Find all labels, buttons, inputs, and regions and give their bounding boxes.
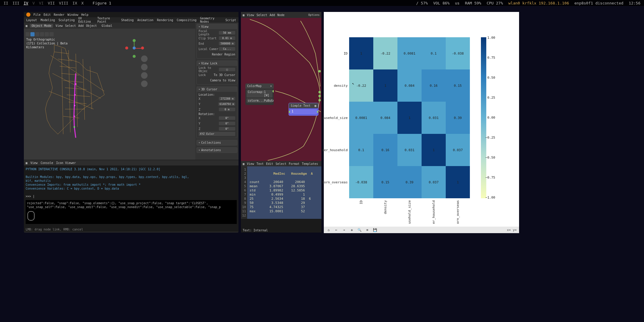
ws-9[interactable]: IX bbox=[72, 1, 77, 5]
ws-6[interactable]: VI bbox=[39, 1, 44, 5]
forward-icon[interactable]: → bbox=[342, 227, 346, 232]
tab-layout[interactable]: Layout bbox=[26, 18, 37, 22]
local-camera-btn[interactable]: Ca... bbox=[219, 47, 235, 51]
back-icon[interactable]: ← bbox=[334, 227, 339, 232]
python-console[interactable]: ▦ View Console Icon Viewer PYTHON INTERA… bbox=[24, 160, 239, 227]
orientation-select[interactable]: Global bbox=[102, 24, 112, 27]
viewport-3d[interactable]: ▦ Object Mode View Select Add Object Glo… bbox=[24, 23, 195, 160]
pan-icon[interactable]: ✥ bbox=[349, 227, 354, 232]
cons-menu-console[interactable]: Console bbox=[41, 161, 53, 165]
mode-select[interactable]: Object Mode bbox=[30, 24, 53, 28]
configure-icon[interactable]: ≡ bbox=[365, 227, 370, 232]
tab-animation[interactable]: Animation bbox=[137, 18, 153, 22]
ne-menu-view[interactable]: View bbox=[247, 13, 254, 17]
tab-rendering[interactable]: Rendering bbox=[157, 18, 173, 22]
cursor-ry-input[interactable]: 0° bbox=[219, 122, 235, 125]
text-editor[interactable]: ▦ View Text Edit Select Format Templates… bbox=[241, 161, 321, 233]
node-editor[interactable]: ▦ View Select Add Node Options ColorMap▾… bbox=[241, 12, 321, 233]
ws-4[interactable]: IV bbox=[24, 1, 28, 5]
camera-icon[interactable] bbox=[141, 72, 148, 79]
focal-length-input[interactable]: 50 mm bbox=[219, 31, 235, 35]
to-3d-cursor-checkbox[interactable]: To 3D Cursor bbox=[214, 73, 235, 77]
ne-menu-add[interactable]: Add bbox=[270, 13, 275, 17]
menu-file[interactable]: File bbox=[33, 13, 41, 16]
pan-icon[interactable] bbox=[141, 64, 148, 70]
navigation-gizmo[interactable] bbox=[127, 41, 142, 55]
colormap-name-select[interactable]: PuBuGn bbox=[264, 99, 274, 102]
viewlock-header[interactable]: View Lock bbox=[197, 61, 237, 66]
tab-sculpting[interactable]: Sculpting bbox=[58, 18, 75, 22]
view-panel-header[interactable]: View bbox=[197, 24, 237, 29]
txt-menu-edit[interactable]: Edit bbox=[266, 162, 273, 165]
shade-overlay-icon[interactable] bbox=[49, 32, 54, 36]
vp-menu-add[interactable]: Add bbox=[78, 24, 83, 27]
ne-options[interactable]: Options bbox=[308, 13, 320, 16]
txt-menu-templates[interactable]: Templates bbox=[302, 162, 318, 165]
clip-start-input[interactable]: 0.01 m bbox=[219, 36, 235, 40]
zoom-icon[interactable]: 🔍 bbox=[357, 227, 362, 232]
tab-modeling[interactable]: Modeling bbox=[41, 18, 55, 22]
txt-menu-format[interactable]: Format bbox=[289, 162, 299, 165]
cons-menu-iconviewer[interactable]: Icon Viewer bbox=[56, 161, 76, 165]
cursor-z-input[interactable]: 0 m bbox=[219, 108, 235, 111]
simple-text-input[interactable]: 1 bbox=[290, 109, 317, 114]
cursor-header[interactable]: 3D Cursor bbox=[197, 87, 237, 92]
home-icon[interactable]: ⌂ bbox=[326, 227, 331, 232]
menu-render[interactable]: Render bbox=[54, 13, 64, 16]
ws-10[interactable]: X bbox=[81, 1, 84, 5]
shade-matpreview-icon[interactable] bbox=[35, 32, 39, 36]
tab-texturepaint[interactable]: Texture Paint bbox=[97, 17, 118, 23]
menu-window[interactable]: Window bbox=[67, 13, 78, 16]
collections-header[interactable]: Collections bbox=[197, 140, 237, 145]
euler-mode-select[interactable]: XYZ Euler bbox=[199, 132, 235, 136]
shading-buttons[interactable] bbox=[26, 32, 54, 36]
save-icon[interactable]: 💾 bbox=[373, 227, 377, 232]
cursor-rz-input[interactable]: 0° bbox=[219, 127, 235, 131]
ws-5[interactable]: V bbox=[32, 1, 35, 5]
tab-compositing[interactable]: Compositing bbox=[177, 18, 196, 22]
txt-menu-text[interactable]: Text bbox=[256, 162, 264, 165]
tab-uvediting[interactable]: UV Editing bbox=[78, 17, 94, 23]
tab-scripting[interactable]: Script bbox=[225, 18, 236, 22]
ne-menu-node[interactable]: Node bbox=[277, 13, 284, 17]
text-editor-body[interactable]: 123456789101112 MedInc HouseAge Acount 2… bbox=[241, 166, 321, 219]
shade-wireframe-icon[interactable] bbox=[26, 32, 30, 36]
txt-menu-view[interactable]: View bbox=[247, 162, 254, 165]
ws-8[interactable]: VIII bbox=[59, 1, 68, 5]
blender-logo-icon[interactable] bbox=[26, 13, 30, 17]
ws-3[interactable]: III bbox=[13, 1, 19, 5]
cons-menu-view[interactable]: View bbox=[30, 161, 38, 165]
ws-2[interactable]: II bbox=[4, 1, 8, 5]
perspective-icon[interactable] bbox=[141, 80, 148, 87]
tab-shading[interactable]: Shading bbox=[121, 18, 134, 22]
shade-rendered-icon[interactable] bbox=[40, 32, 44, 36]
ws-7[interactable]: VII bbox=[48, 1, 55, 5]
console-prompt[interactable]: >>> | bbox=[26, 194, 237, 198]
camera-to-view-checkbox[interactable]: Camera to View bbox=[210, 79, 235, 82]
vp-menu-object[interactable]: Object bbox=[86, 24, 97, 27]
viewport-nav-icons[interactable] bbox=[141, 55, 148, 87]
lock-object-input[interactable]: ▢ bbox=[219, 68, 235, 71]
colormap-node[interactable]: ColorMap▾ Colormap:1 [W] colorm...PuBuGn bbox=[245, 83, 274, 105]
workspace-switcher[interactable]: II III IV V VI VII VIII IX X bbox=[4, 1, 84, 5]
shade-xray-icon[interactable] bbox=[45, 32, 49, 36]
console-output[interactable]: PYTHON INTERACTIVE CONSOLE 3.10.8 (main,… bbox=[24, 165, 239, 227]
render-region-checkbox[interactable]: Render Region bbox=[212, 53, 235, 56]
zoom-icon[interactable] bbox=[141, 55, 148, 62]
annotations-header[interactable]: Annotations bbox=[197, 148, 237, 153]
menu-edit[interactable]: Edit bbox=[44, 13, 51, 16]
shade-solid-icon[interactable] bbox=[30, 32, 35, 36]
workspace-tabs[interactable]: Layout Modeling Sculpting UV Editing Tex… bbox=[24, 17, 239, 23]
vp-menu-select[interactable]: Select bbox=[65, 24, 76, 27]
colormap-value[interactable]: 1 [W] bbox=[264, 90, 271, 97]
n-panel[interactable]: View Focal Length50 mm Clip Start0.01 m … bbox=[195, 23, 239, 160]
tab-geonodes[interactable]: Geometry Nodes bbox=[200, 17, 222, 23]
menu-help[interactable]: Help bbox=[81, 13, 88, 16]
cursor-rx-input[interactable]: 0° bbox=[219, 116, 235, 120]
simple-text-node[interactable]: Simple Text▦ 1 bbox=[289, 103, 318, 116]
vp-menu-view[interactable]: View bbox=[55, 24, 63, 27]
cursor-x-input[interactable]: 272288 m bbox=[219, 97, 235, 100]
cursor-y-input[interactable]: 6140794 m bbox=[218, 102, 235, 106]
node-canvas[interactable]: ColorMap▾ Colormap:1 [W] colorm...PuBuGn… bbox=[241, 18, 321, 161]
clip-end-input[interactable]: 500000 m bbox=[219, 42, 235, 45]
